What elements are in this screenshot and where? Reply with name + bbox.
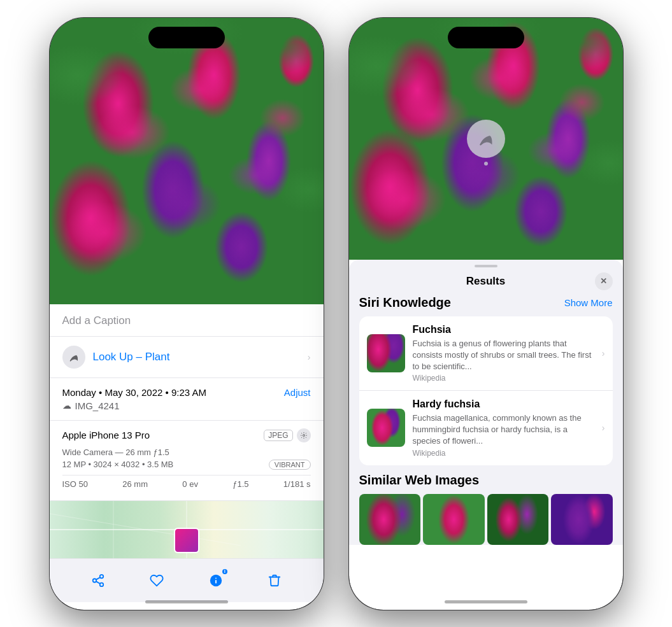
filename-row: ☁ IMG_4241: [62, 400, 311, 411]
hardy-source: Wikipedia: [413, 449, 594, 458]
sheet-header: Results ✕: [349, 272, 623, 295]
leaf-overlay: [50, 18, 324, 304]
fuchsia-chevron: ›: [602, 348, 605, 358]
show-more-button[interactable]: Show More: [564, 297, 613, 308]
knowledge-item-fuchsia[interactable]: Fuchsia Fuchsia is a genus of flowering …: [359, 316, 613, 391]
filename: IMG_4241: [75, 400, 120, 411]
fuchsia-source: Wikipedia: [413, 374, 594, 383]
hardy-name: Hardy fuchsia: [413, 398, 594, 410]
siri-leaf-icon: [477, 130, 495, 148]
lookup-row[interactable]: Look Up – Plant ›: [50, 337, 324, 378]
device-name: Apple iPhone 13 Pro: [62, 430, 150, 440]
share-icon: [91, 574, 105, 588]
close-label: ✕: [600, 276, 607, 286]
photo-view-1[interactable]: [50, 18, 324, 304]
info-badge: i: [221, 568, 229, 575]
gear-icon: [300, 432, 308, 439]
info-section: Monday • May 30, 2022 • 9:23 AM Adjust ☁…: [50, 378, 324, 421]
lookup-chevron: ›: [308, 352, 311, 362]
lookup-prefix: Look Up –: [93, 351, 145, 363]
lookup-value: Plant: [145, 351, 170, 363]
fuchsia-info: Fuchsia Fuchsia is a genus of flowering …: [413, 324, 594, 383]
lookup-label: Look Up – Plant: [93, 351, 170, 363]
delete-button[interactable]: [261, 567, 289, 595]
camera-row: Wide Camera — 26 mm ƒ1.5: [62, 447, 311, 457]
heart-icon: [150, 574, 164, 588]
adjust-button[interactable]: Adjust: [284, 387, 311, 398]
camera-info: Wide Camera — 26 mm ƒ1.5: [62, 447, 169, 457]
web-image-3[interactable]: [487, 494, 549, 545]
knowledge-item-hardy[interactable]: Hardy fuchsia Fuchsia magellanica, commo…: [359, 391, 613, 465]
siri-knowledge-header: Siri Knowledge Show More: [359, 295, 613, 310]
map-section[interactable]: [50, 501, 324, 558]
svg-point-0: [303, 434, 304, 436]
favorite-button[interactable]: [143, 567, 171, 595]
resolution-text: 12 MP • 3024 × 4032 • 3.5 MB: [62, 460, 174, 469]
shutter-value: 1/181 s: [283, 479, 311, 489]
iso-value: ISO 50: [62, 479, 88, 489]
dynamic-island-1: [148, 27, 225, 48]
web-image-2[interactable]: [423, 494, 485, 545]
caption-placeholder[interactable]: Add a Caption: [62, 314, 131, 327]
knowledge-card: Fuchsia Fuchsia is a genus of flowering …: [359, 316, 613, 465]
aperture-value: ƒ1.5: [232, 479, 248, 489]
map-photo-thumb: [174, 528, 199, 553]
web-images-grid: [359, 494, 613, 545]
info-button[interactable]: i: [202, 567, 230, 595]
phone-2: Results ✕ Siri Knowledge Show More Fuc: [349, 18, 623, 610]
sheet-handle[interactable]: [475, 265, 497, 267]
web-image-1[interactable]: [359, 494, 421, 545]
settings-icon: [297, 428, 311, 442]
focal-value: 26 mm: [122, 479, 148, 489]
phone-1: Add a Caption Look Up – Plant › Monday •…: [50, 18, 324, 610]
ev-value: 0 ev: [182, 479, 198, 489]
fuchsia-thumbnail: [367, 334, 405, 372]
share-button[interactable]: [84, 567, 112, 595]
hardy-chevron: ›: [602, 423, 605, 433]
web-images-title: Similar Web Images: [359, 473, 613, 488]
toolbar: i: [50, 558, 324, 602]
device-row: Apple iPhone 13 Pro JPEG: [62, 428, 311, 442]
date-text: Monday • May 30, 2022 • 9:23 AM: [62, 387, 206, 398]
leaf-icon: [68, 351, 80, 363]
results-sheet: Results ✕ Siri Knowledge Show More Fuc: [349, 260, 623, 545]
fuchsia-name: Fuchsia: [413, 324, 594, 335]
format-badges: JPEG: [264, 428, 310, 442]
info-icon: [209, 574, 223, 588]
caption-area[interactable]: Add a Caption: [50, 304, 324, 337]
hardy-thumbnail: [367, 409, 405, 447]
hardy-info: Hardy fuchsia Fuchsia magellanica, commo…: [413, 398, 594, 458]
results-title: Results: [466, 275, 505, 288]
siri-knowledge-title: Siri Knowledge: [359, 295, 451, 310]
siri-button[interactable]: [467, 120, 505, 158]
phone-1-screen: Add a Caption Look Up – Plant › Monday •…: [50, 18, 324, 610]
web-image-4[interactable]: [551, 494, 613, 545]
trash-icon: [268, 574, 282, 588]
cloud-icon: ☁: [62, 400, 71, 411]
fuchsia-description: Fuchsia is a genus of flowering plants t…: [413, 338, 594, 373]
specs-row: 12 MP • 3024 × 4032 • 3.5 MB VIBRANT: [62, 460, 311, 470]
sheet-content: Siri Knowledge Show More Fuchsia Fuchsia…: [349, 295, 623, 545]
vibrant-badge: VIBRANT: [269, 460, 311, 470]
dynamic-island-2: [448, 27, 524, 48]
date-row: Monday • May 30, 2022 • 9:23 AM Adjust: [62, 387, 311, 398]
home-indicator-1: [145, 600, 228, 603]
lookup-icon: [62, 346, 85, 369]
device-section: Apple iPhone 13 Pro JPEG Wide Camera — 2…: [50, 421, 324, 501]
hardy-description: Fuchsia magellanica, commonly known as t…: [413, 412, 594, 447]
photo-view-2: [349, 18, 623, 260]
web-images-section: Similar Web Images: [359, 473, 613, 545]
home-indicator-2: [445, 600, 527, 603]
phone-2-screen: Results ✕ Siri Knowledge Show More Fuc: [349, 18, 623, 610]
close-button[interactable]: ✕: [595, 272, 613, 290]
siri-dot: [484, 162, 488, 166]
exif-row: ISO 50 26 mm 0 ev ƒ1.5 1/181 s: [62, 475, 311, 493]
format-badge: JPEG: [264, 430, 292, 441]
